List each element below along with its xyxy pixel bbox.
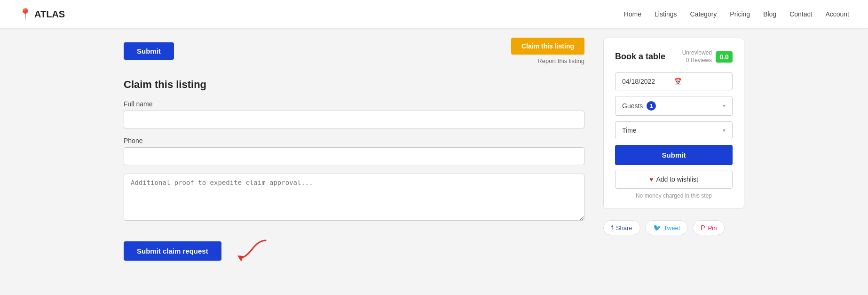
time-select[interactable]: Time ▾ xyxy=(615,121,733,139)
arrow-indicator xyxy=(233,236,270,266)
calendar-icon: 📅 xyxy=(674,78,726,85)
report-listing-link[interactable]: Report this listing xyxy=(537,57,584,64)
nav-item-contact[interactable]: Contact xyxy=(789,10,812,18)
main-nav: HomeListingsCategoryPricingBlogContactAc… xyxy=(624,10,849,18)
proof-textarea[interactable] xyxy=(124,174,584,221)
score-badge: 0.0 xyxy=(716,51,733,63)
pin-label: Pin xyxy=(708,224,717,231)
facebook-icon: f xyxy=(611,224,613,231)
book-card-header: Book a table Unreviewed 0 Reviews 0.0 xyxy=(615,49,733,64)
right-panel: Book a table Unreviewed 0 Reviews 0.0 04… xyxy=(603,38,744,266)
site-header: 📍 ATLAS HomeListingsCategoryPricingBlogC… xyxy=(0,0,868,28)
submit-claim-row: Submit claim request xyxy=(124,236,584,266)
top-actions-bar: Submit Claim this listing Report this li… xyxy=(124,38,584,64)
top-actions-right: Claim this listing Report this listing xyxy=(511,38,584,64)
nav-item-listings[interactable]: Listings xyxy=(655,10,677,18)
nav-item-pricing[interactable]: Pricing xyxy=(730,10,750,18)
full-name-group: Full name xyxy=(124,100,584,128)
review-block: Unreviewed 0 Reviews 0.0 xyxy=(682,49,733,64)
guests-label: Guests 1 xyxy=(622,101,723,111)
chevron-down-icon-time: ▾ xyxy=(723,127,726,134)
claim-listing-button[interactable]: Claim this listing xyxy=(511,38,584,55)
heart-icon: ♥ xyxy=(649,175,653,183)
review-label: Unreviewed 0 Reviews xyxy=(682,49,712,64)
tweet-label: Tweet xyxy=(664,224,680,231)
wishlist-label: Add to wishlist xyxy=(656,175,698,183)
logo-text: ATLAS xyxy=(34,9,65,20)
chevron-down-icon: ▾ xyxy=(723,103,726,109)
date-input[interactable]: 04/18/2022 📅 xyxy=(615,72,733,90)
submit-button[interactable]: Submit xyxy=(124,42,174,60)
phone-group: Phone xyxy=(124,137,584,165)
tweet-button[interactable]: 🐦 Tweet xyxy=(645,220,688,235)
full-name-input[interactable] xyxy=(124,111,584,128)
guests-select[interactable]: Guests 1 ▾ xyxy=(615,96,733,116)
full-name-label: Full name xyxy=(124,100,584,108)
page-content: Submit Claim this listing Report this li… xyxy=(105,28,763,294)
share-facebook-button[interactable]: f Share xyxy=(603,220,640,235)
unreviewed-text: Unreviewed xyxy=(682,49,712,57)
proof-group xyxy=(124,174,584,223)
date-value: 04/18/2022 xyxy=(622,78,674,85)
social-share: f Share 🐦 Tweet P Pin xyxy=(603,220,744,235)
wishlist-button[interactable]: ♥ Add to wishlist xyxy=(615,170,733,189)
reviews-count-text: 0 Reviews xyxy=(682,57,712,64)
claim-form-title: Claim this listing xyxy=(124,79,584,91)
guest-count-badge: 1 xyxy=(647,101,656,111)
submit-booking-button[interactable]: Submit xyxy=(615,145,733,165)
pinterest-icon: P xyxy=(701,224,705,231)
svg-marker-0 xyxy=(237,255,243,262)
nav-item-account[interactable]: Account xyxy=(825,10,849,18)
no-charge-text: No money charged in this step xyxy=(615,192,733,199)
nav-item-home[interactable]: Home xyxy=(624,10,641,18)
share-label: Share xyxy=(616,224,632,231)
twitter-icon: 🐦 xyxy=(653,224,661,231)
time-label: Time xyxy=(622,127,723,134)
phone-input[interactable] xyxy=(124,147,584,165)
book-table-card: Book a table Unreviewed 0 Reviews 0.0 04… xyxy=(603,38,744,209)
pin-button[interactable]: P Pin xyxy=(693,220,725,235)
nav-item-blog[interactable]: Blog xyxy=(763,10,776,18)
nav-item-category[interactable]: Category xyxy=(690,10,717,18)
phone-label: Phone xyxy=(124,137,584,144)
logo[interactable]: 📍 ATLAS xyxy=(19,8,65,20)
submit-claim-button[interactable]: Submit claim request xyxy=(124,241,221,261)
left-panel: Submit Claim this listing Report this li… xyxy=(124,38,584,266)
claim-form-section: Claim this listing Full name Phone Submi… xyxy=(124,79,584,266)
logo-icon: 📍 xyxy=(19,8,32,20)
book-card-title: Book a table xyxy=(615,52,665,62)
